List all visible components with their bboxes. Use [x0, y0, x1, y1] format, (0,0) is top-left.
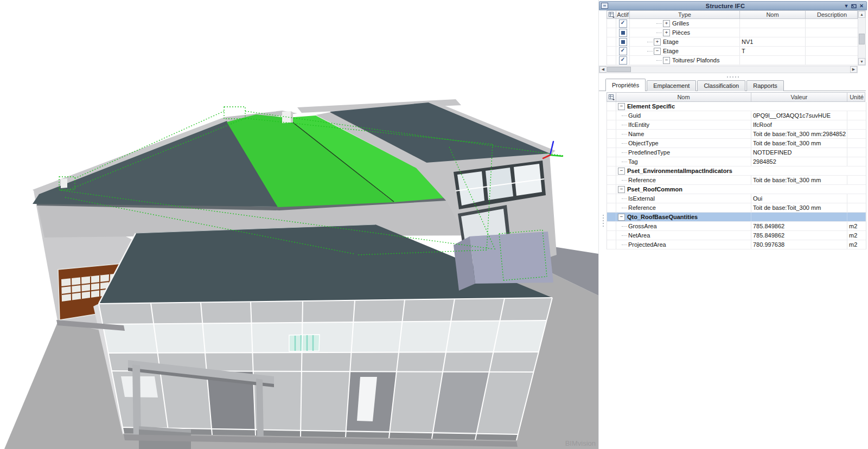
dotted-leader [622, 125, 627, 125]
tree-row[interactable]: +Pièces [607, 28, 858, 37]
vertical-splitter[interactable] [602, 215, 604, 229]
scroll-down-button[interactable]: ▼ [858, 58, 865, 65]
viewport-3d[interactable]: BIMvision [0, 0, 598, 449]
property-label: NetArea [628, 232, 650, 239]
tree-vscrollbar[interactable]: ▲ ▼ [858, 10, 866, 66]
property-row[interactable]: Guid0PQ9l__Of3AQQ1c7suvHUE [607, 111, 866, 120]
tree-row[interactable]: ✓−EtageT [607, 47, 858, 56]
unit-cell [847, 148, 866, 157]
collapse-minus-icon[interactable]: − [654, 48, 661, 55]
dock-window-icon[interactable] [850, 3, 858, 9]
properties-header[interactable]: Nom Valeur Unité [607, 92, 865, 102]
column-options-icon[interactable] [607, 93, 616, 101]
property-row[interactable]: ReferenceToit de base:Toit_300 mm [607, 176, 866, 185]
value-cell: Toit de base:Toit_300 mm [751, 176, 847, 184]
property-row[interactable]: IfcEntityIfcRoof [607, 120, 866, 130]
row-gutter [607, 148, 616, 157]
collapse-minus-icon[interactable]: − [663, 57, 670, 64]
dotted-leader [622, 198, 627, 199]
properties-table: −Element SpecificGuid0PQ9l__Of3AQQ1c7suv… [607, 102, 866, 249]
tab-classification[interactable]: Classification [697, 80, 745, 91]
unit-cell [847, 102, 866, 111]
column-header-type[interactable]: Type [630, 11, 740, 18]
value-cell: Toit de base:Toit_300 mm:2984852 [751, 130, 847, 138]
column-header-valeur[interactable]: Valeur [751, 93, 847, 101]
description-cell [806, 37, 858, 46]
watermark: BIMvision [547, 439, 596, 447]
tab-emplacement[interactable]: Emplacement [647, 80, 696, 91]
property-group-row[interactable]: −Qto_RoofBaseQuantities [607, 213, 866, 222]
property-row[interactable]: NetArea785.849862m2 [607, 231, 866, 240]
structure-tree-header[interactable]: Actif Type Nom Description [607, 10, 858, 19]
tree-connector [656, 33, 662, 33]
property-row[interactable]: ObjectTypeToit de base:Toit_300 mm [607, 139, 866, 148]
property-label: GrossArea [628, 223, 657, 229]
close-icon[interactable]: ✕ [858, 3, 865, 9]
column-header-nom[interactable]: Nom [740, 11, 806, 18]
property-label: PredefinedType [628, 149, 670, 156]
column-header-unite[interactable]: Unité [847, 93, 866, 101]
scroll-right-button[interactable]: ▶ [850, 66, 857, 73]
tree-row[interactable]: ✓+Grilles [607, 19, 858, 28]
column-header-actif[interactable]: Actif [616, 11, 630, 18]
expand-plus-icon[interactable]: + [663, 29, 670, 36]
dotted-leader [622, 116, 627, 116]
unit-cell [847, 213, 866, 221]
hscroll-thumb[interactable] [607, 67, 631, 72]
collapse-minus-icon[interactable]: − [618, 186, 625, 193]
row-checkbox-checked[interactable]: ✓ [619, 47, 627, 55]
property-row[interactable]: NameToit de base:Toit_300 mm:2984852 [607, 130, 866, 139]
application-window: BIMvision Structure IFC ▼ ✕ Actif Type N… [0, 0, 868, 449]
unit-cell [847, 176, 866, 184]
column-header-nom[interactable]: Nom [616, 93, 751, 101]
collapse-minus-icon[interactable]: − [618, 214, 625, 221]
tree-row[interactable]: ✓−Toitures/ Plafonds [607, 56, 858, 65]
property-row[interactable]: GrossArea785.849862m2 [607, 222, 866, 231]
vscroll-thumb[interactable] [859, 34, 865, 44]
row-checkbox-checked[interactable]: ✓ [619, 56, 627, 65]
collapse-minus-icon[interactable]: − [618, 103, 625, 110]
value-cell: Toit de base:Toit_300 mm [751, 139, 847, 147]
tree-connector [656, 60, 662, 61]
property-group-row[interactable]: −Element Specific [607, 102, 866, 111]
collapse-arrow-icon[interactable]: ▼ [843, 3, 850, 9]
property-label: Name [628, 131, 644, 137]
rooftop-unit[interactable] [454, 232, 553, 291]
tab-rapports[interactable]: Rapports [746, 80, 784, 91]
property-row[interactable]: ReferenceToit de base:Toit_300 mm [607, 203, 866, 213]
group-label: Pset_RoofCommon [627, 186, 682, 193]
property-row[interactable]: IsExternalOui [607, 194, 866, 203]
row-checkbox-partial[interactable] [619, 29, 627, 37]
row-gutter [607, 102, 616, 111]
collapse-minus-icon[interactable]: − [618, 168, 625, 175]
check-mark-icon: ✓ [621, 57, 625, 62]
nom-cell: GrossArea [616, 222, 751, 230]
nom-cell: −Qto_RoofBaseQuantities [616, 213, 751, 221]
property-row[interactable]: ProjectedArea780.997638m2 [607, 240, 866, 249]
type-cell: +Pièces [630, 28, 740, 37]
model-scene[interactable] [0, 0, 598, 449]
tab-propriétés[interactable]: Propriétés [605, 79, 646, 91]
column-header-description[interactable]: Description [806, 11, 858, 18]
property-row[interactable]: Tag2984852 [607, 157, 866, 166]
property-group-row[interactable]: −Pset_RoofCommon [607, 185, 866, 194]
tree-item-label: Etage [663, 48, 679, 54]
expand-plus-icon[interactable]: + [654, 39, 661, 46]
tree-row[interactable]: +EtageNV1 [607, 37, 858, 47]
nom-cell: IsExternal [616, 194, 751, 203]
scroll-up-button[interactable]: ▲ [858, 11, 865, 18]
office-building[interactable] [56, 224, 553, 449]
column-options-icon[interactable] [607, 11, 616, 18]
panel-title: Structure IFC [608, 3, 843, 9]
property-row[interactable]: PredefinedTypeNOTDEFINED [607, 148, 866, 157]
tree-hscrollbar[interactable]: ◀ ▶ [599, 66, 858, 73]
row-checkbox-checked[interactable]: ✓ [619, 20, 627, 28]
scroll-left-button[interactable]: ◀ [599, 66, 607, 73]
expand-plus-icon[interactable]: + [663, 20, 670, 27]
horizontal-splitter[interactable] [727, 76, 743, 78]
property-group-row[interactable]: −Pset_EnvironmentalImpactIndicators [607, 166, 866, 176]
structure-panel-titlebar[interactable]: Structure IFC ▼ ✕ [599, 1, 867, 10]
unit-cell [847, 203, 866, 212]
row-checkbox-partial[interactable] [619, 38, 627, 46]
nom-cell: NV1 [740, 37, 806, 46]
